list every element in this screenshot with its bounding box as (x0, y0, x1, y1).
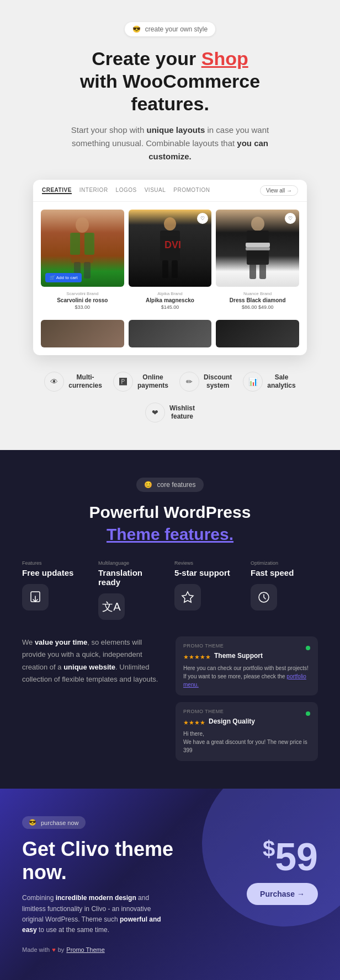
green-dot-2 (306, 711, 310, 716)
section-hero: 😎 create your own style Create your Shop… (0, 0, 340, 450)
feature-discount: ✏ Discountsystem (179, 372, 232, 392)
purchase-right-col: $59 Purchase → (247, 838, 318, 905)
svg-rect-5 (84, 262, 91, 279)
stat-label-updates: Features (22, 560, 89, 566)
promo-card-1-label: PROMO THEME (183, 643, 224, 649)
view-all-button[interactable]: View all → (260, 185, 298, 196)
product-price-1: $33.00 (41, 304, 124, 310)
portfolio-link[interactable]: portfolio menu. (183, 673, 306, 688)
dark-content-area: We value your time, so elements will pro… (22, 636, 318, 761)
promo-theme-link[interactable]: Promo Theme (66, 946, 105, 953)
product-item-3: ♡ Nuance Brand Dress Black diamond $86.0… (214, 207, 301, 312)
product-bottom-3 (216, 320, 299, 347)
made-with-by: by (58, 946, 65, 953)
product-name-2: Alpika magnescko (129, 297, 212, 303)
badge-text: create your own style (145, 25, 208, 33)
price-display: $59 (263, 838, 318, 876)
dark-title-line2: Theme features. (22, 525, 318, 544)
stat-label-speed: Optimization (251, 560, 318, 566)
stat-updates: Features Free updates (22, 560, 89, 620)
stat-label-support: Reviews (174, 560, 242, 566)
promo-text-2: Hi there,We have a great discount for yo… (183, 730, 310, 754)
purchase-badge: 😎 purchase now (22, 816, 86, 829)
purchase-badge-text: purchase now (41, 820, 79, 826)
price-dollar: $ (263, 837, 275, 861)
stat-support: Reviews 5-star support (174, 560, 242, 620)
svg-rect-10 (172, 260, 178, 278)
svg-point-11 (251, 217, 264, 231)
stat-icon-translation: 文A (98, 593, 125, 620)
stat-icon-speed (251, 584, 277, 611)
price-amount: 59 (275, 836, 318, 879)
purchase-button-label: Purchase → (260, 890, 305, 898)
product-name-1: Scarvolini de rosso (41, 297, 124, 303)
hero-title-pre: Create your (92, 48, 201, 69)
analytics-icon: 📊 (243, 372, 263, 392)
currencies-label: Multi-currencies (68, 373, 102, 390)
purchase-badge-emoji: 😎 (29, 819, 36, 826)
badge-emoji: 😎 (132, 25, 141, 33)
shop-tab-creative[interactable]: CREATIVE (42, 187, 72, 194)
analytics-label: Saleanalytics (267, 373, 295, 390)
product-list: 🛒 Add to cart Scarvolini Brand Scarvolin… (33, 202, 307, 318)
stat-speed: Optimization Fast speed (251, 560, 318, 620)
shop-tab-logos[interactable]: LOGOS (116, 187, 137, 194)
shop-preview-card: CREATIVE INTERIOR LOGOS VISUAL PROMOTION… (33, 180, 307, 355)
purchase-title: Get Clivo theme now. (22, 838, 177, 884)
discount-label: Discountsystem (204, 373, 232, 390)
dark-badge-emoji: 😊 (144, 481, 152, 489)
made-with-text: Made with (22, 946, 50, 953)
svg-rect-17 (259, 264, 266, 279)
promo-card-2-label: PROMO THEME (183, 709, 224, 714)
svg-rect-16 (249, 264, 256, 279)
promo-title-2: Design Quality (209, 717, 255, 725)
feature-wishlist: ❤ Wishlistfeature (145, 403, 195, 422)
stat-value-support: 5-star support (174, 568, 242, 577)
hero-badge: 😎 create your own style (125, 22, 215, 36)
purchase-desc: Combining incredible modern design and l… (22, 893, 166, 935)
promo-stars-2: ★★★★ (183, 719, 205, 726)
promo-stars-1: ★★★★★ (183, 654, 211, 661)
svg-rect-14 (246, 247, 270, 250)
promo-card-support: PROMO THEME ★★★★★ Theme Support Here you… (176, 636, 318, 695)
wishlist-icon: ❤ (145, 403, 165, 422)
svg-text:DVI: DVI (164, 239, 181, 250)
features-row: 👁 Multi-currencies 🅿 Onlinepayments ✏ Di… (33, 372, 307, 422)
stat-icon-support (174, 584, 201, 611)
svg-point-0 (76, 217, 89, 233)
wishlist-label: Wishlistfeature (169, 404, 195, 421)
feature-payments: 🅿 Onlinepayments (113, 372, 168, 392)
stat-value-speed: Fast speed (251, 568, 318, 577)
promo-card-design: PROMO THEME ★★★★ Design Quality Hi there… (176, 702, 318, 761)
promo-text-1: Here you can check our portfolio with be… (183, 664, 310, 689)
payments-label: Onlinepayments (137, 373, 168, 390)
shop-bottom-products (33, 318, 307, 355)
svg-rect-9 (162, 260, 168, 278)
product-bottom-1 (41, 320, 124, 347)
product-item-1: 🛒 Add to cart Scarvolini Brand Scarvolin… (39, 207, 126, 312)
purchase-button[interactable]: Purchase → (247, 883, 318, 905)
currencies-icon: 👁 (44, 372, 64, 392)
add-to-cart-1[interactable]: 🛒 Add to cart (45, 273, 82, 282)
svg-rect-13 (246, 243, 270, 247)
product-item-2: DVI ♡ Alpika Brand Alpika magnescko $145… (126, 207, 214, 312)
shop-tab-promotion[interactable]: PROMOTION (173, 187, 210, 194)
svg-rect-2 (70, 233, 80, 255)
product-brand-2: Alpika Brand (129, 291, 212, 296)
shop-tab-interior[interactable]: INTERIOR (79, 187, 108, 194)
svg-rect-15 (247, 250, 269, 265)
shop-tab-visual[interactable]: VISUAL (145, 187, 166, 194)
promo-title-1: Theme Support (214, 652, 263, 660)
section-purchase: 😎 purchase now Get Clivo theme now. Comb… (0, 789, 340, 980)
product-brand-3: Nuance Brand (216, 291, 299, 296)
heart-icon: ♥ (52, 946, 56, 953)
svg-rect-12 (247, 231, 269, 244)
stat-translation: Multilanguage Translation ready 文A (98, 560, 166, 620)
svg-rect-3 (84, 233, 94, 255)
stat-value-translation: Translation ready (98, 568, 166, 587)
stat-value-updates: Free updates (22, 568, 89, 577)
made-with: Made with ♥ by Promo Theme (22, 946, 236, 953)
hero-title: Create your Shop with WooCommercefeature… (33, 47, 307, 115)
promo-cards-col: PROMO THEME ★★★★★ Theme Support Here you… (176, 636, 318, 761)
dark-title-line1: Powerful WordPress (22, 503, 318, 522)
